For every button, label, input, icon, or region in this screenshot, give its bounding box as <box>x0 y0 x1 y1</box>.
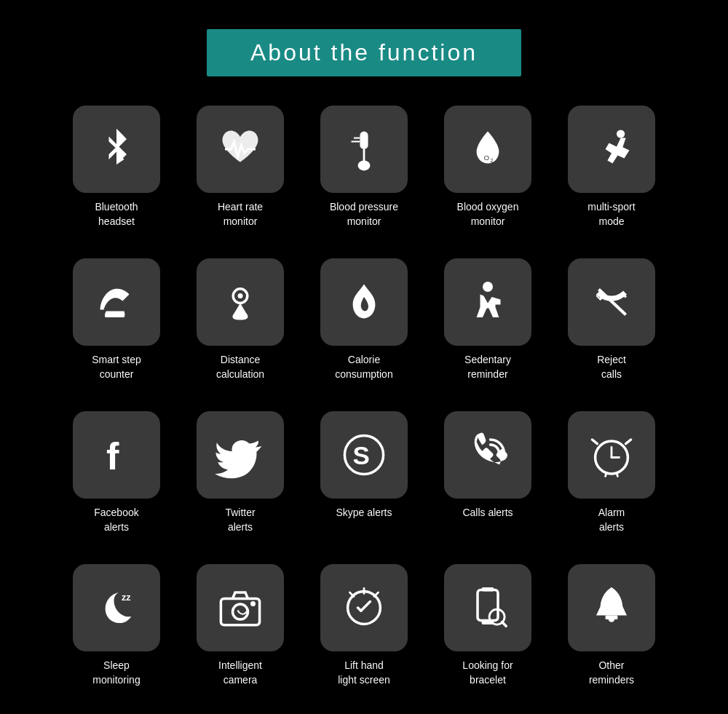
icon-box-other-reminders <box>568 564 655 651</box>
feature-label-twitter-alerts: Twitter alerts <box>225 506 255 534</box>
feature-cell-skype-alerts: SSkype alerts <box>306 411 422 557</box>
page-title: About the function <box>250 39 478 66</box>
icon-box-facebook-alerts: f <box>73 411 160 499</box>
icon-box-calls-alerts <box>444 411 531 499</box>
feature-label-skype-alerts: Skype alerts <box>336 506 392 520</box>
icon-box-looking-for-bracelet <box>444 564 531 651</box>
icon-box-skype-alerts: S <box>320 411 408 499</box>
feature-cell-heart-rate-monitor: Heart rate monitor <box>182 106 298 251</box>
feature-label-calorie-consumption: Calorie consumption <box>335 353 392 381</box>
feature-label-calls-alerts: Calls alerts <box>462 506 513 520</box>
svg-rect-0 <box>360 132 368 150</box>
feature-cell-facebook-alerts: fFacebook alerts <box>58 411 175 557</box>
svg-point-20 <box>250 601 256 606</box>
icon-box-sleep-monitoring: zz <box>73 564 160 651</box>
icon-box-sedentary-reminder <box>444 258 531 346</box>
icon-box-blood-pressure-monitor <box>320 106 408 193</box>
svg-text:O: O <box>483 154 489 162</box>
feature-cell-intelligent-camera: Intelligent camera <box>182 564 298 710</box>
feature-label-sleep-monitoring: Sleep monitoring <box>92 659 140 687</box>
feature-cell-calorie-consumption: Calorie consumption <box>306 258 422 404</box>
icon-box-reject-calls <box>568 258 655 346</box>
svg-point-1 <box>358 160 371 170</box>
feature-label-blood-pressure-monitor: Blood pressure monitor <box>330 200 398 229</box>
feature-cell-reject-calls: Reject calls <box>553 258 670 404</box>
feature-label-intelligent-camera: Intelligent camera <box>218 659 262 687</box>
svg-text:S: S <box>353 441 370 469</box>
svg-point-8 <box>238 293 243 298</box>
icon-box-blood-oxygen-monitor: O2 <box>444 106 531 193</box>
icon-box-intelligent-camera <box>197 564 284 651</box>
title-banner: About the function <box>207 29 521 76</box>
svg-point-6 <box>617 130 625 138</box>
feature-label-facebook-alerts: Facebook alerts <box>94 506 138 534</box>
feature-label-sedentary-reminder: Sedentary reminder <box>464 353 511 381</box>
feature-cell-other-reminders: Other reminders <box>553 564 670 710</box>
feature-label-multi-sport-mode: multi-sport mode <box>587 200 635 229</box>
svg-text:2: 2 <box>491 158 494 163</box>
feature-cell-calls-alerts: Calls alerts <box>430 411 546 557</box>
feature-cell-smart-step-counter: Smart step counter <box>58 258 175 404</box>
feature-cell-alarm-alerts: Alarm alerts <box>553 411 670 557</box>
feature-cell-bluetooth-headset: Bluetooth headset <box>58 106 175 251</box>
feature-cell-sedentary-reminder: Sedentary reminder <box>430 258 546 404</box>
icon-box-smart-step-counter <box>73 258 160 346</box>
feature-label-lift-hand-light-screen: Lift hand light screen <box>338 659 390 687</box>
feature-label-heart-rate-monitor: Heart rate monitor <box>218 200 263 229</box>
svg-text:f: f <box>106 435 119 477</box>
feature-label-looking-for-bracelet: Looking for bracelet <box>462 659 513 687</box>
feature-cell-lift-hand-light-screen: Lift hand light screen <box>306 564 422 710</box>
svg-point-9 <box>483 282 493 292</box>
feature-label-reject-calls: Reject calls <box>597 353 626 381</box>
feature-label-distance-calculation: Distance calculation <box>216 353 264 381</box>
icon-box-alarm-alerts <box>568 411 655 499</box>
icon-box-lift-hand-light-screen <box>320 564 408 651</box>
icon-box-calorie-consumption <box>320 258 408 346</box>
feature-label-smart-step-counter: Smart step counter <box>92 353 141 381</box>
feature-cell-sleep-monitoring: zzSleep monitoring <box>58 564 175 710</box>
icon-box-bluetooth-headset <box>73 106 160 193</box>
feature-cell-distance-calculation: Distance calculation <box>182 258 298 404</box>
feature-label-other-reminders: Other reminders <box>589 659 634 687</box>
feature-cell-looking-for-bracelet: Looking for bracelet <box>430 564 546 710</box>
icon-box-heart-rate-monitor <box>197 106 284 193</box>
svg-text:zz: zz <box>122 592 131 603</box>
feature-label-alarm-alerts: Alarm alerts <box>598 506 625 534</box>
feature-cell-multi-sport-mode: multi-sport mode <box>553 106 670 251</box>
feature-label-blood-oxygen-monitor: Blood oxygen monitor <box>457 200 519 229</box>
svg-rect-27 <box>606 616 618 620</box>
svg-rect-22 <box>478 590 498 621</box>
icon-box-multi-sport-mode <box>568 106 655 193</box>
feature-label-bluetooth-headset: Bluetooth headset <box>95 200 138 229</box>
icon-box-twitter-alerts <box>197 411 284 499</box>
features-grid: Bluetooth headsetHeart rate monitor Bloo… <box>58 106 670 710</box>
icon-box-distance-calculation <box>197 258 284 346</box>
svg-rect-23 <box>482 587 494 592</box>
feature-cell-twitter-alerts: Twitter alerts <box>182 411 298 557</box>
feature-cell-blood-oxygen-monitor: O2Blood oxygen monitor <box>430 106 546 251</box>
feature-cell-blood-pressure-monitor: Blood pressure monitor <box>306 106 422 251</box>
svg-line-26 <box>502 622 507 627</box>
